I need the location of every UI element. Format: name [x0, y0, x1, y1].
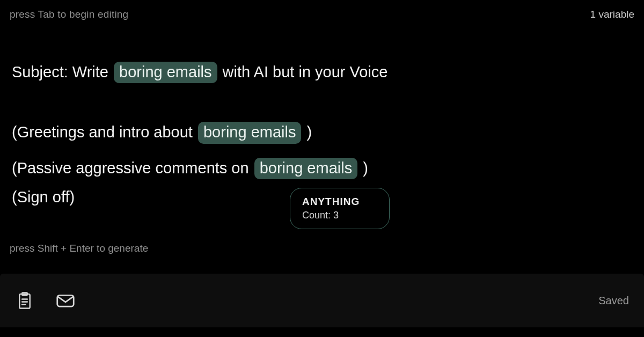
saved-status: Saved: [598, 295, 629, 307]
clipboard-icon: [17, 291, 33, 310]
greet-prefix: (Greetings and intro about: [12, 123, 197, 141]
variable-count: Count: 3: [302, 210, 377, 221]
icon-row: [15, 291, 75, 310]
mail-icon: [56, 293, 75, 308]
passive-prefix: (Passive aggressive comments on: [12, 159, 253, 177]
greet-suffix: ): [302, 123, 312, 141]
subject-line: Subject: Write boring emails with AI but…: [12, 62, 632, 83]
variable-chip[interactable]: boring emails: [254, 158, 357, 179]
mail-button[interactable]: [56, 291, 75, 310]
variable-tooltip[interactable]: ANYTHING Count: 3: [290, 188, 390, 229]
clipboard-button[interactable]: [15, 291, 34, 310]
subject-suffix: with AI but in your Voice: [218, 63, 388, 80]
generate-hint: press Shift + Enter to generate: [10, 243, 148, 254]
variable-chip[interactable]: boring emails: [198, 122, 301, 143]
prompt-editor[interactable]: Subject: Write boring emails with AI but…: [12, 62, 632, 207]
top-bar: press Tab to begin editing 1 variable: [0, 0, 644, 29]
passive-line: (Passive aggressive comments on boring e…: [12, 158, 632, 179]
footer-gap: [0, 328, 644, 337]
svg-rect-5: [57, 295, 74, 306]
variable-name: ANYTHING: [302, 196, 377, 208]
variable-count-label[interactable]: 1 variable: [590, 9, 634, 20]
variable-chip[interactable]: boring emails: [114, 62, 217, 83]
svg-rect-0: [19, 294, 30, 309]
bottom-bar: Saved: [0, 274, 644, 327]
passive-suffix: ): [358, 159, 368, 177]
app-root: press Tab to begin editing 1 variable Su…: [0, 0, 644, 337]
edit-hint: press Tab to begin editing: [10, 9, 128, 20]
subject-prefix: Subject: Write: [12, 63, 113, 80]
greeting-line: (Greetings and intro about boring emails…: [12, 122, 632, 143]
